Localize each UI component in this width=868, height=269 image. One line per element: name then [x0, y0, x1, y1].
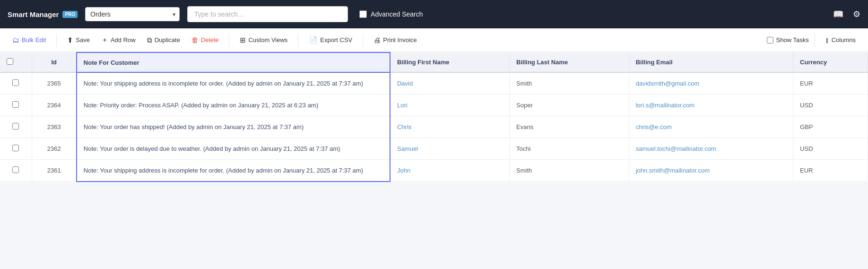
row-billing-first: David — [390, 72, 510, 95]
row-billing-last: Smith — [510, 160, 629, 182]
brand-name: Smart Manager — [8, 10, 59, 18]
duplicate-label: Duplicate — [155, 36, 180, 43]
row-id: 2363 — [32, 116, 77, 138]
row-billing-last: Tochi — [510, 138, 629, 160]
table-row: 2363 Note: Your order has shipped! (Adde… — [0, 116, 868, 138]
delete-button[interactable]: 🗑 Delete — [187, 33, 224, 47]
orders-table: Id Note For Customer Billing First Name … — [0, 52, 868, 182]
table-row: 2365 Note: Your shipping address is inco… — [0, 72, 868, 95]
row-note: Note: Your shipping address is incomplet… — [77, 160, 390, 182]
header-billing-last: Billing Last Name — [510, 52, 629, 72]
book-icon[interactable]: 📖 — [833, 9, 843, 19]
row-currency: EUR — [793, 72, 868, 95]
row-note: Note: Your shipping address is incomplet… — [77, 72, 390, 95]
delete-icon: 🗑 — [191, 36, 199, 44]
row-note: Note: Priority order: Process ASAP. (Add… — [77, 95, 390, 116]
search-input[interactable] — [187, 6, 348, 22]
row-checkbox[interactable] — [12, 166, 19, 173]
row-email: chris@e.com — [629, 116, 793, 138]
pro-badge: PRO — [62, 11, 78, 18]
row-checkbox[interactable] — [12, 79, 19, 86]
header-id: Id — [32, 52, 77, 72]
row-currency: USD — [793, 95, 868, 116]
row-id: 2362 — [32, 138, 77, 160]
row-check-cell — [0, 116, 32, 138]
row-billing-first: John — [390, 160, 510, 182]
row-id: 2365 — [32, 72, 77, 95]
duplicate-icon: ⧉ — [147, 36, 152, 44]
row-checkbox[interactable] — [12, 145, 19, 151]
show-tasks-label: Show Tasks — [776, 36, 809, 43]
row-billing-first: Samuel — [390, 138, 510, 160]
delete-label: Delete — [201, 36, 219, 43]
row-currency: GBP — [793, 116, 868, 138]
header-billing-email: Billing Email — [629, 52, 793, 72]
export-csv-button[interactable]: 📄 Export CSV — [304, 33, 357, 47]
row-check-cell — [0, 72, 32, 95]
toolbar-divider-2 — [229, 34, 229, 47]
table-body: 2365 Note: Your shipping address is inco… — [0, 72, 868, 182]
row-email: samuel.tochi@mailinator.com — [629, 138, 793, 160]
row-email: lori.s@mailinator.com — [629, 95, 793, 116]
duplicate-button[interactable]: ⧉ Duplicate — [142, 33, 185, 47]
row-currency: EUR — [793, 160, 868, 182]
row-billing-last: Evans — [510, 116, 629, 138]
settings-icon[interactable]: ⚙ — [853, 9, 860, 19]
header-currency: Currency — [793, 52, 868, 72]
toolbar-divider-4 — [363, 34, 363, 47]
table-row: 2364 Note: Priority order: Process ASAP.… — [0, 95, 868, 116]
select-all-checkbox[interactable] — [7, 58, 13, 65]
orders-table-container: Id Note For Customer Billing First Name … — [0, 52, 868, 182]
columns-icon: ⫿ — [825, 36, 829, 44]
toolbar-divider-1 — [56, 34, 57, 47]
header-row: Id Note For Customer Billing First Name … — [0, 52, 868, 72]
toolbar-divider-5 — [815, 34, 815, 47]
custom-views-button[interactable]: ⊞ Custom Views — [235, 33, 292, 47]
row-checkbox[interactable] — [12, 123, 19, 130]
advanced-search-checkbox[interactable] — [359, 10, 367, 18]
print-invoice-label: Print Invoice — [383, 36, 417, 43]
table-header: Id Note For Customer Billing First Name … — [0, 52, 868, 72]
module-select[interactable]: Orders — [85, 7, 180, 21]
table-row: 2361 Note: Your shipping address is inco… — [0, 160, 868, 182]
add-row-button[interactable]: ＋ Add Row — [96, 33, 140, 47]
row-id: 2361 — [32, 160, 77, 182]
table-row: 2362 Note: Your order is delayed due to … — [0, 138, 868, 160]
row-checkbox[interactable] — [12, 101, 19, 108]
header-billing-first: Billing First Name — [390, 52, 510, 72]
custom-views-icon: ⊞ — [240, 36, 246, 44]
row-currency: USD — [793, 138, 868, 160]
header-note: Note For Customer — [77, 52, 390, 72]
header-check — [0, 52, 32, 72]
custom-views-label: Custom Views — [248, 36, 287, 43]
print-invoice-button[interactable]: 🖨 Print Invoice — [369, 33, 422, 47]
show-tasks-checkbox[interactable] — [767, 37, 773, 43]
row-note: Note: Your order is delayed due to weath… — [77, 138, 390, 160]
row-check-cell — [0, 138, 32, 160]
row-check-cell — [0, 95, 32, 116]
row-note: Note: Your order has shipped! (Added by … — [77, 116, 390, 138]
save-button[interactable]: ⬆ Save — [62, 33, 95, 47]
toolbar-divider-3 — [298, 34, 298, 47]
row-check-cell — [0, 160, 32, 182]
row-email: davidsmith@gmail.com — [629, 72, 793, 95]
nav-icons: 📖 ⚙ — [833, 9, 860, 19]
top-navigation: Smart Manager PRO Orders ▾ Advanced Sear… — [0, 0, 868, 28]
columns-button[interactable]: ⫿ Columns — [821, 33, 860, 47]
brand-logo: Smart Manager PRO — [8, 10, 78, 18]
show-tasks-wrap: Show Tasks — [767, 36, 809, 43]
export-csv-icon: 📄 — [309, 36, 318, 44]
columns-label: Columns — [832, 36, 856, 43]
toolbar: 🗂 Bulk Edit ⬆ Save ＋ Add Row ⧉ Duplicate… — [0, 28, 868, 52]
row-id: 2364 — [32, 95, 77, 116]
add-row-label: Add Row — [111, 36, 136, 43]
advanced-search-label: Advanced Search — [371, 10, 423, 18]
row-billing-last: Smith — [510, 72, 629, 95]
bulk-edit-button[interactable]: 🗂 Bulk Edit — [8, 33, 51, 47]
row-billing-first: Chris — [390, 116, 510, 138]
bulk-edit-label: Bulk Edit — [22, 36, 46, 43]
add-row-icon: ＋ — [101, 35, 108, 44]
module-select-wrapper[interactable]: Orders ▾ — [85, 7, 180, 21]
export-csv-label: Export CSV — [320, 36, 352, 43]
save-icon: ⬆ — [67, 36, 73, 44]
